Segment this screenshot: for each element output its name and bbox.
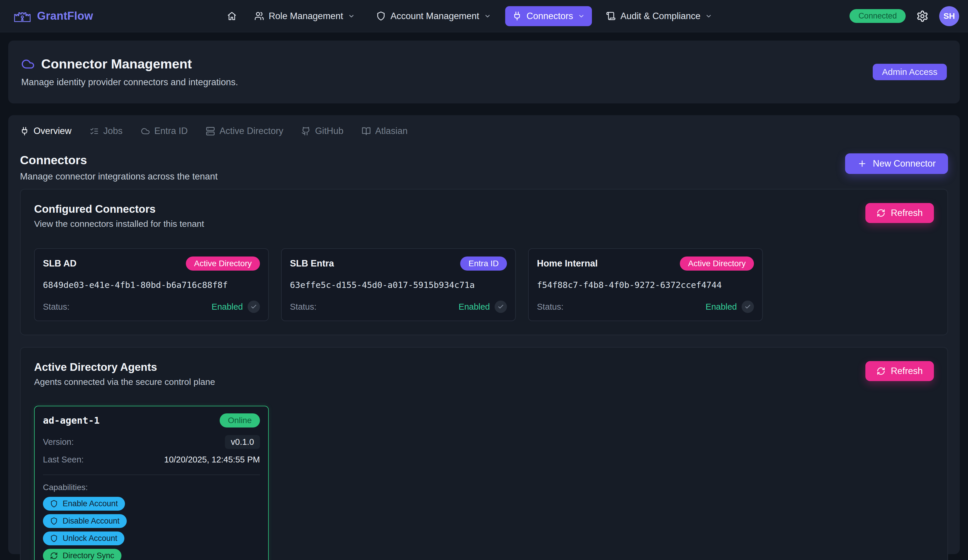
main-nav: Role Management Account Management Conne…	[224, 6, 719, 26]
refresh-icon	[50, 552, 58, 560]
divider	[43, 474, 260, 475]
gear-icon[interactable]	[916, 10, 928, 22]
navbar-right: Connected SH	[850, 6, 959, 26]
tab-label: Entra ID	[154, 126, 188, 136]
plus-icon	[857, 159, 867, 168]
shield-icon	[376, 11, 386, 21]
new-connector-button[interactable]: New Connector	[845, 154, 948, 174]
chevron-down-icon	[705, 13, 712, 20]
nav-connectors[interactable]: Connectors	[505, 6, 592, 26]
section-subtitle: Agents connected via the secure control …	[34, 377, 215, 387]
capability-chips: Enable Account Disable Account Unlock Ac…	[43, 497, 196, 560]
tab-label: Active Directory	[219, 126, 283, 136]
tab-github[interactable]: GitHub	[302, 126, 343, 136]
connector-type-badge: Active Directory	[186, 256, 260, 271]
shield-icon	[50, 517, 58, 525]
status-value: Enabled	[459, 302, 490, 312]
connector-id: 63effe5c-d155-45d0-a017-5915b934c71a	[290, 280, 507, 290]
nav-home[interactable]	[224, 7, 240, 26]
tab-jobs[interactable]: Jobs	[90, 126, 122, 136]
brand-name: GrantFlow	[37, 10, 93, 22]
capability-label: Enable Account	[63, 499, 118, 508]
connector-card[interactable]: SLB AD Active Directory 6849de03-e41e-4f…	[34, 248, 269, 321]
tab-label: Atlasian	[375, 126, 408, 136]
list-checks-icon	[90, 127, 99, 136]
status-label: Status:	[290, 302, 317, 312]
castle-icon	[13, 10, 31, 22]
overview-title: Connectors	[20, 154, 217, 167]
capability-unlock-account[interactable]: Unlock Account	[43, 532, 124, 545]
capability-directory-sync[interactable]: Directory Sync	[43, 549, 121, 560]
last-seen-label: Last Seen:	[43, 455, 84, 464]
nav-audit-compliance[interactable]: Audit & Compliance	[599, 6, 719, 26]
status-value: Enabled	[706, 302, 737, 312]
page-header-left: Connector Management Manage identity pro…	[21, 56, 238, 88]
enabled-toggle[interactable]	[742, 301, 754, 313]
page-subtitle: Manage identity provider connectors and …	[21, 77, 238, 88]
nav-label: Account Management	[391, 11, 479, 21]
connector-type-badge: Entra ID	[460, 256, 507, 271]
main-panel: Overview Jobs Entra ID Active Directory …	[8, 115, 960, 554]
github-icon	[302, 127, 310, 136]
tab-atlasian[interactable]: Atlasian	[362, 126, 408, 136]
nav-account-management[interactable]: Account Management	[369, 6, 498, 26]
overview-subtitle: Manage connector integrations across the…	[20, 171, 217, 182]
refresh-connectors-button[interactable]: Refresh	[865, 203, 934, 223]
home-icon	[227, 11, 237, 21]
capability-disable-account[interactable]: Disable Account	[43, 514, 127, 528]
chevron-down-icon	[348, 13, 355, 20]
tab-active-directory[interactable]: Active Directory	[206, 126, 283, 136]
nav-label: Connectors	[527, 11, 574, 21]
new-connector-label: New Connector	[873, 159, 936, 169]
capability-label: Disable Account	[63, 517, 120, 525]
overview-header: Connectors Manage connector integrations…	[20, 154, 948, 182]
capability-label: Directory Sync	[63, 551, 114, 560]
check-icon	[497, 304, 504, 310]
refresh-label: Refresh	[891, 208, 923, 218]
nav-label: Audit & Compliance	[620, 11, 700, 21]
tab-label: Jobs	[103, 126, 122, 136]
connection-status-badge: Connected	[850, 9, 906, 23]
connector-card[interactable]: SLB Entra Entra ID 63effe5c-d155-45d0-a0…	[281, 248, 516, 321]
agent-name: ad-agent-1	[43, 415, 100, 426]
connector-name: SLB Entra	[290, 258, 334, 269]
shield-icon	[50, 534, 58, 542]
capabilities-label: Capabilities:	[43, 483, 260, 492]
connector-id: f54f88c7-f4b8-4f0b-9272-6372ccef4744	[537, 280, 754, 290]
enabled-toggle[interactable]	[248, 301, 260, 313]
refresh-icon	[877, 367, 885, 375]
connector-id: 6849de03-e41e-4fb1-80bd-b6a716c88f8f	[43, 280, 260, 290]
connector-name: Home Internal	[537, 258, 598, 269]
agent-status-badge: Online	[220, 413, 260, 428]
enabled-toggle[interactable]	[495, 301, 507, 313]
capability-enable-account[interactable]: Enable Account	[43, 497, 125, 510]
nav-role-management[interactable]: Role Management	[247, 6, 362, 26]
nav-label: Role Management	[269, 11, 343, 21]
admin-access-badge[interactable]: Admin Access	[873, 64, 947, 80]
connector-cards: SLB AD Active Directory 6849de03-e41e-4f…	[34, 248, 934, 321]
cloud-icon	[141, 127, 150, 136]
version-value: v0.1.0	[225, 435, 260, 449]
capability-label: Unlock Account	[63, 534, 117, 543]
tab-entra-id[interactable]: Entra ID	[141, 126, 188, 136]
avatar[interactable]: SH	[939, 6, 959, 26]
chevron-down-icon	[578, 13, 585, 20]
section-subtitle: View the connectors installed for this t…	[34, 219, 204, 229]
refresh-label: Refresh	[891, 366, 923, 377]
last-seen-value: 10/20/2025, 12:45:55 PM	[164, 455, 260, 464]
agent-card[interactable]: ad-agent-1 Online Version: v0.1.0 Last S…	[34, 406, 269, 560]
status-label: Status:	[43, 302, 70, 312]
refresh-agents-button[interactable]: Refresh	[865, 361, 934, 381]
configured-connectors-section: Configured Connectors View the connector…	[20, 189, 948, 335]
refresh-icon	[877, 208, 885, 217]
page-title: Connector Management	[41, 56, 192, 72]
cloud-icon	[21, 57, 35, 71]
tab-label: Overview	[33, 126, 71, 136]
brand-logo[interactable]: GrantFlow	[13, 10, 93, 22]
section-title: Configured Connectors	[34, 203, 204, 215]
tab-overview[interactable]: Overview	[20, 126, 71, 136]
version-label: Version:	[43, 437, 74, 447]
connector-card[interactable]: Home Internal Active Directory f54f88c7-…	[528, 248, 763, 321]
ad-agents-section: Active Directory Agents Agents connected…	[20, 347, 948, 560]
scroll-icon	[606, 11, 616, 21]
